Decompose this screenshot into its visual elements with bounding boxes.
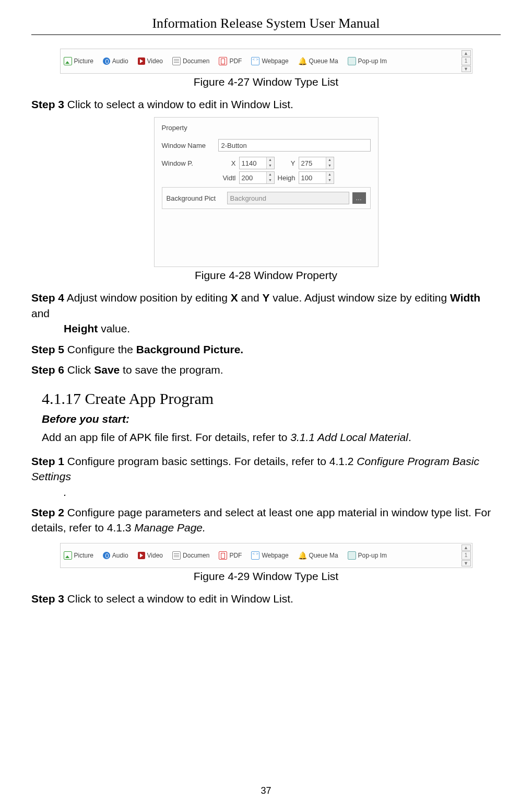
toolbar-item-popup[interactable]: Pop-up Im (348, 551, 387, 560)
spinner-down-icon[interactable]: ▼ (267, 163, 274, 169)
x-input[interactable]: 1140 ▲▼ (239, 157, 275, 169)
picture-icon (64, 57, 72, 65)
webpage-icon (251, 57, 259, 65)
step-text: value. (98, 322, 130, 334)
x-label: X (218, 159, 236, 167)
toolbar-label: Pop-up Im (358, 57, 387, 65)
background-picture-label: Background Pict (167, 194, 224, 202)
toolbar-item-document[interactable]: Documen (172, 551, 209, 560)
height-input[interactable]: 100 ▲▼ (299, 171, 334, 184)
toolbar-item-document[interactable]: Documen (172, 57, 209, 65)
toolbar-label: Picture (74, 57, 93, 65)
background-picture-field[interactable]: Background (227, 192, 349, 204)
spinner-down-icon[interactable]: ▼ (326, 163, 334, 169)
header-rule (31, 34, 501, 35)
step-text: value. Adjust window size by editing (269, 292, 450, 304)
popup-icon (348, 551, 356, 560)
toolbar-label: PDF (229, 552, 242, 559)
toolbar-scroll[interactable]: ▲ 1 ▼ (462, 544, 471, 566)
step-4: Step 4 Adjust window position by editing… (31, 290, 501, 336)
video-icon (138, 57, 145, 65)
toolbar-label: Audio (112, 552, 128, 559)
step-text: . (64, 486, 67, 498)
document-icon (172, 551, 181, 560)
step-text: Y (262, 292, 269, 304)
spinner-up-icon[interactable]: ▲ (267, 172, 274, 178)
property-title: Property (162, 124, 371, 132)
toolbar-label: Queue Ma (309, 57, 338, 65)
toolbar-label: Pop-up Im (358, 552, 387, 559)
step-5: Step 5 Configure the Background Picture. (31, 342, 501, 357)
width-value: 200 (240, 172, 266, 183)
step-1: Step 1 Configure program basic settings.… (31, 454, 501, 500)
scroll-down-icon[interactable]: ▼ (462, 560, 471, 566)
width-input[interactable]: 200 ▲▼ (239, 171, 275, 184)
document-icon (172, 57, 181, 65)
toolbar-item-picture[interactable]: Picture (64, 57, 93, 65)
toolbar-label: Documen (183, 57, 209, 65)
page-header-title: Information Release System User Manual (31, 16, 501, 31)
step-text: Width (450, 292, 480, 304)
toolbar-label: Picture (74, 552, 93, 559)
audio-icon (103, 552, 110, 559)
step-label: Step 2 (31, 506, 64, 518)
step-text: and (31, 307, 50, 319)
toolbar-item-video[interactable]: Video (138, 552, 163, 559)
text-fragment: 3.1.1 Add Local Material (290, 431, 408, 443)
scroll-down-icon[interactable]: ▼ (462, 66, 471, 72)
step-3b: Step 3 Click to select a window to edit … (31, 591, 501, 606)
step-label: Step 6 (31, 364, 64, 376)
toolbar-label: Video (147, 552, 163, 559)
y-input[interactable]: 275 ▲▼ (299, 157, 334, 169)
toolbar-item-queue[interactable]: 🔔 Queue Ma (298, 552, 338, 559)
figure-caption-28: Figure 4-28 Window Property (31, 269, 501, 282)
step-6: Step 6 Click Save to save the program. (31, 362, 501, 377)
spinner-up-icon[interactable]: ▲ (326, 172, 334, 178)
toolbar-item-popup[interactable]: Pop-up Im (348, 57, 387, 65)
background-browse-button[interactable]: ... (352, 192, 366, 204)
step-label: Step 5 (31, 343, 64, 355)
window-name-input[interactable]: 2-Button (218, 139, 371, 152)
toolbar-scroll[interactable]: ▲ 1 ▼ (462, 50, 471, 72)
toolbar-label: Queue Ma (309, 552, 338, 559)
step-text: Background Picture. (136, 343, 243, 355)
toolbar-item-webpage[interactable]: Webpage (251, 57, 288, 65)
scroll-value: 1 (462, 551, 471, 560)
page-number: 37 (0, 785, 532, 796)
step-label: Step 3 (31, 98, 64, 110)
pdf-icon (219, 57, 227, 65)
toolbar-item-pdf[interactable]: PDF (219, 551, 242, 560)
step-text: Configure page parameters and select at … (31, 506, 491, 534)
spinner-down-icon[interactable]: ▼ (326, 178, 334, 183)
toolbar-item-webpage[interactable]: Webpage (251, 551, 288, 560)
step-label: Step 4 (31, 292, 64, 304)
figure-caption-29: Figure 4-29 Window Type List (31, 570, 501, 583)
step-text: Click to select a window to edit in Wind… (64, 98, 293, 110)
text-fragment: . (408, 431, 411, 443)
spinner-up-icon[interactable]: ▲ (267, 157, 274, 163)
queue-icon: 🔔 (298, 552, 307, 559)
step-text: Configure the (64, 343, 136, 355)
toolbar-item-audio[interactable]: Audio (103, 57, 128, 65)
window-position-label: Window P. (162, 159, 214, 167)
scroll-up-icon[interactable]: ▲ (462, 50, 471, 56)
toolbar-item-pdf[interactable]: PDF (219, 57, 242, 65)
y-value: 275 (299, 157, 326, 169)
spinner-up-icon[interactable]: ▲ (326, 157, 334, 163)
scroll-value: 1 (462, 57, 471, 65)
toolbar-item-audio[interactable]: Audio (103, 552, 128, 559)
toolbar-item-video[interactable]: Video (138, 57, 163, 65)
step-text: Height (64, 322, 98, 334)
toolbar-label: Webpage (262, 57, 288, 65)
picture-icon (64, 551, 72, 560)
scroll-up-icon[interactable]: ▲ (462, 544, 471, 551)
toolbar-item-queue[interactable]: 🔔 Queue Ma (298, 57, 338, 65)
background-picture-group: Background Pict Background ... (162, 187, 371, 209)
before-you-start: Before you start: (42, 413, 501, 425)
x-value: 1140 (240, 157, 266, 169)
spinner-down-icon[interactable]: ▼ (267, 178, 274, 183)
toolbar-item-picture[interactable]: Picture (64, 551, 93, 560)
toolbar-label: Webpage (262, 552, 288, 559)
webpage-icon (251, 551, 259, 560)
toolbar-label: Documen (183, 552, 209, 559)
